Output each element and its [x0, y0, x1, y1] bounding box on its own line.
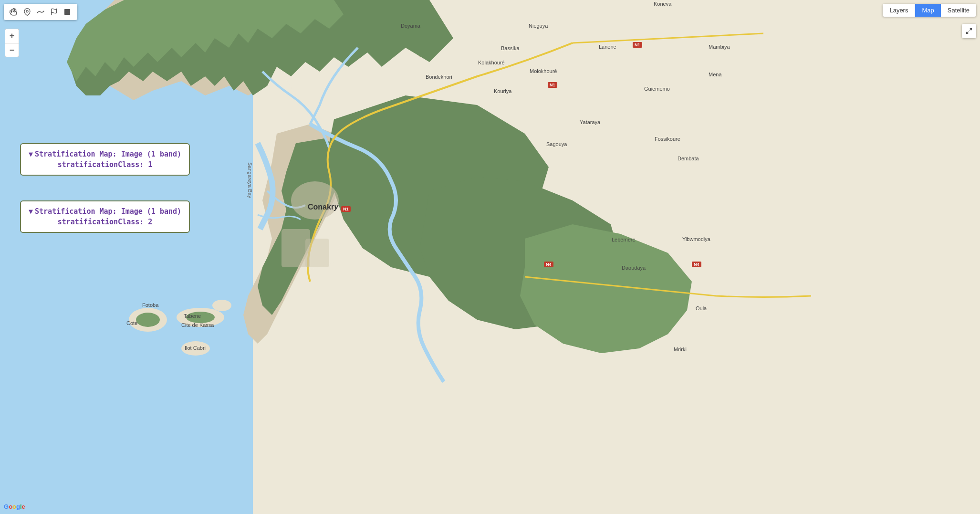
map-svg: [0, 0, 980, 514]
legend-2-subtitle: stratificationClass: 2: [29, 218, 181, 226]
legend-box-2: ▼ Stratification Map: Image (1 band) str…: [20, 200, 190, 233]
map-container[interactable]: + − ▼ Stratification Map: Image (1 band)…: [0, 0, 980, 514]
legend-1-subtitle: stratificationClass: 1: [29, 160, 181, 169]
road-n1-badge-top: N1: [633, 42, 642, 48]
legend-1-arrow: ▼: [29, 150, 33, 158]
zoom-in-button[interactable]: +: [5, 29, 19, 43]
road-n4-badge-2: N4: [692, 262, 701, 267]
fullscreen-button[interactable]: [962, 24, 976, 38]
pin-tool-icon[interactable]: [22, 7, 32, 17]
layers-button[interactable]: Layers: [883, 4, 915, 17]
toolbar: [4, 4, 77, 20]
legend-box-1: ▼ Stratification Map: Image (1 band) str…: [20, 143, 190, 176]
svg-point-15: [136, 313, 160, 327]
legend-2-arrow: ▼: [29, 207, 33, 216]
road-n4-badge: N4: [544, 262, 553, 267]
road-n1-badge-upper: N1: [548, 82, 557, 88]
square-tool-icon[interactable]: [62, 7, 73, 17]
zoom-controls: + −: [5, 29, 19, 57]
svg-point-17: [291, 181, 339, 220]
flag-tool-icon[interactable]: [49, 7, 59, 17]
svg-rect-19: [305, 239, 329, 267]
hand-tool-icon[interactable]: [9, 7, 19, 17]
google-watermark: Google: [4, 503, 25, 510]
svg-point-20: [26, 10, 28, 12]
svg-point-14: [212, 300, 231, 311]
satellite-view-button[interactable]: Satellite: [941, 4, 976, 17]
map-view-button[interactable]: Map: [915, 4, 940, 17]
zoom-out-button[interactable]: −: [5, 43, 19, 57]
svg-point-13: [181, 341, 210, 356]
map-type-controls: Layers Map Satellite: [883, 4, 976, 17]
place-sangareya-bay: Sangareya Bay: [247, 162, 253, 198]
road-n1-badge-conakry: N1: [341, 206, 351, 212]
legend-1-title: ▼ Stratification Map: Image (1 band): [29, 150, 181, 158]
line-tool-icon[interactable]: [35, 7, 46, 17]
svg-point-16: [186, 312, 215, 323]
svg-rect-22: [64, 9, 70, 15]
legend-2-title: ▼ Stratification Map: Image (1 band): [29, 207, 181, 216]
